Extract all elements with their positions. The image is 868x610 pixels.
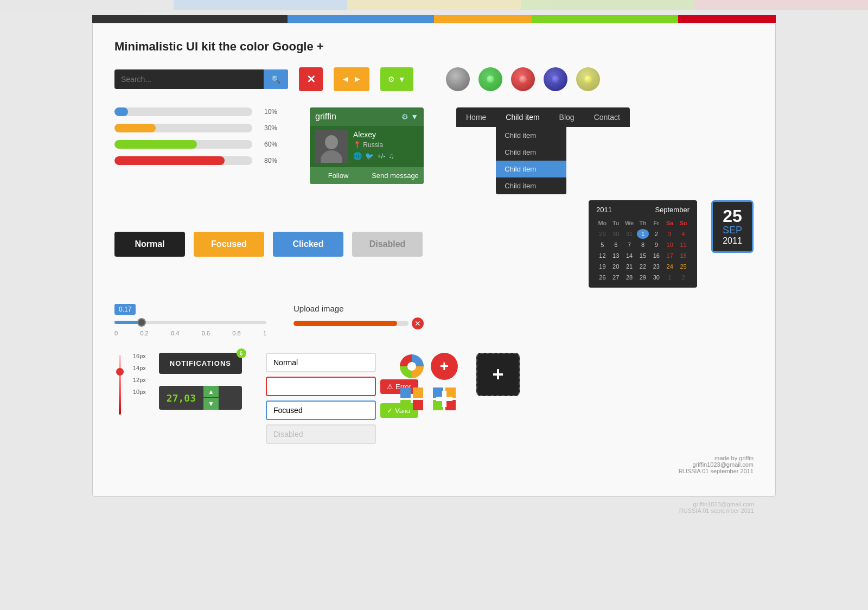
cal-day[interactable]: 28	[623, 272, 636, 282]
cal-day[interactable]: 9	[650, 240, 662, 250]
windows-grid-icon[interactable]	[398, 385, 425, 412]
spinner-value: 27,03	[159, 387, 203, 409]
cal-day[interactable]: 8	[637, 240, 649, 250]
spinner-down-button[interactable]: ▼	[203, 398, 219, 410]
focused-button[interactable]: Focused	[194, 232, 264, 257]
search-input[interactable]	[114, 69, 264, 89]
cal-day[interactable]: 22	[637, 262, 649, 271]
cal-day[interactable]: 14	[623, 251, 636, 260]
windows-grid-plus-icon[interactable]	[431, 385, 458, 412]
footer-line2: griffin1023@gmail.com	[114, 461, 754, 468]
cal-day[interactable]: 1	[663, 272, 676, 282]
gear-button[interactable]: ⚙ ▼	[380, 67, 413, 91]
google-multicolor-circle-icon[interactable]	[398, 353, 425, 380]
dropdown-item-4[interactable]: Child item	[496, 177, 566, 194]
cal-day[interactable]: 29	[596, 229, 609, 239]
cal-day[interactable]: 27	[610, 272, 622, 282]
cal-day[interactable]: 2	[650, 229, 662, 239]
slider-thumb[interactable]	[137, 318, 146, 327]
plus-icon[interactable]: +/-	[377, 152, 386, 160]
google-plus-red-icon[interactable]: +	[431, 353, 458, 380]
close-button[interactable]: ✕	[299, 67, 323, 91]
svg-rect-14	[436, 397, 452, 401]
dropdown-item-1[interactable]: Child item	[496, 127, 566, 144]
cal-day[interactable]: 15	[637, 251, 649, 260]
nav-item-home[interactable]: Home	[456, 107, 496, 127]
nav-item-blog[interactable]: Blog	[550, 107, 584, 127]
web-icon[interactable]: 🌐	[353, 152, 362, 160]
notifications-label: NOTIFICATIONS	[170, 359, 231, 367]
cal-day[interactable]: 29	[637, 272, 649, 282]
cal-day[interactable]: 3	[663, 229, 676, 239]
nav-bar: Home Child item Child item Child item Ch…	[456, 107, 630, 127]
cal-day[interactable]: 17	[663, 251, 676, 260]
progress-label: 30%	[258, 124, 277, 132]
top-color-bar	[0, 0, 868, 10]
normal-input[interactable]	[266, 353, 376, 372]
dropdown-item-2[interactable]: Child item	[496, 144, 566, 161]
notifications-button[interactable]: NOTIFICATIONS 6	[159, 353, 242, 374]
nav-button[interactable]: ◄ ►	[334, 67, 369, 91]
cal-day[interactable]: 11	[677, 240, 690, 250]
cal-day[interactable]: 12	[596, 251, 609, 260]
location-icon: 📍	[353, 141, 361, 149]
radio-yellow[interactable]	[576, 67, 600, 91]
cal-day[interactable]: 30	[610, 229, 622, 239]
cal-day[interactable]: 23	[650, 262, 662, 271]
focused-input[interactable]	[266, 401, 376, 420]
cal-day[interactable]: 31	[623, 229, 636, 239]
footer-line3: RUSSIA 01 september 2011	[114, 468, 754, 474]
dark-plus-button[interactable]: +	[476, 353, 520, 396]
cal-day[interactable]: 19	[596, 262, 609, 271]
radio-blue[interactable]	[544, 67, 567, 91]
cal-day[interactable]: 30	[650, 272, 662, 282]
profile-name: Alexey	[353, 130, 394, 139]
radio-green[interactable]	[478, 67, 502, 91]
follow-button[interactable]: Follow	[310, 167, 367, 184]
cal-day[interactable]: 20	[610, 262, 622, 271]
error-input[interactable]	[266, 377, 376, 396]
cal-day[interactable]: 18	[677, 251, 690, 260]
profile-gear-icon[interactable]: ⚙ ▼	[401, 112, 418, 121]
upload-cancel-button[interactable]: ✕	[412, 317, 424, 329]
normal-button[interactable]: Normal	[114, 232, 185, 257]
cal-day[interactable]: 26	[596, 272, 609, 282]
svg-rect-9	[433, 387, 443, 398]
progress-label: 60%	[258, 141, 277, 148]
twitter-icon[interactable]: 🐦	[365, 152, 374, 160]
cal-day[interactable]: 7	[623, 240, 636, 250]
notif-spinner-group: NOTIFICATIONS 6 27,03 ▲ ▼	[159, 353, 242, 410]
cal-day-today[interactable]: 1	[637, 229, 649, 239]
nav-item-childitem[interactable]: Child item Child item Child item Child i…	[496, 107, 549, 127]
calendar-section: 2011 September Mo Tu We Th Fr Sa Su 29	[589, 200, 754, 288]
cal-day[interactable]: 4	[677, 229, 690, 239]
calendar: 2011 September Mo Tu We Th Fr Sa Su 29	[589, 200, 697, 288]
clicked-button[interactable]: Clicked	[273, 232, 343, 257]
cal-day[interactable]: 16	[650, 251, 662, 260]
vertical-slider	[114, 355, 125, 415]
input-states-group: ⚠ Error ✓ Valid	[266, 353, 374, 444]
cal-day[interactable]: 13	[610, 251, 622, 260]
message-button[interactable]: Send message	[367, 167, 424, 184]
music-icon[interactable]: ♫	[389, 152, 394, 160]
nav-item-contact[interactable]: Contact	[584, 107, 630, 127]
search-button[interactable]: 🔍	[264, 69, 288, 89]
section-bottom: 16px 14px 12px 10px NOTIFICATIONS 6 27,0…	[114, 353, 754, 444]
cal-day[interactable]: 2	[677, 272, 690, 282]
radio-red[interactable]	[511, 67, 535, 91]
cal-day[interactable]: 6	[610, 240, 622, 250]
cal-day[interactable]: 10	[663, 240, 676, 250]
vertical-slider-thumb[interactable]	[116, 368, 124, 376]
radio-gray[interactable]	[446, 67, 470, 91]
svg-rect-11	[433, 400, 443, 410]
gear-icon: ⚙	[388, 75, 395, 84]
spinner-up-button[interactable]: ▲	[203, 386, 219, 398]
nav-dropdown: Child item Child item Child item Child i…	[496, 127, 566, 194]
date-badge: 25 SEP 2011	[711, 200, 754, 253]
cal-day[interactable]: 5	[596, 240, 609, 250]
dropdown-item-3[interactable]: Child item	[496, 161, 566, 177]
cal-header: Mo	[596, 218, 609, 228]
cal-day[interactable]: 21	[623, 262, 636, 271]
cal-day[interactable]: 24	[663, 262, 676, 271]
cal-day[interactable]: 25	[677, 262, 690, 271]
